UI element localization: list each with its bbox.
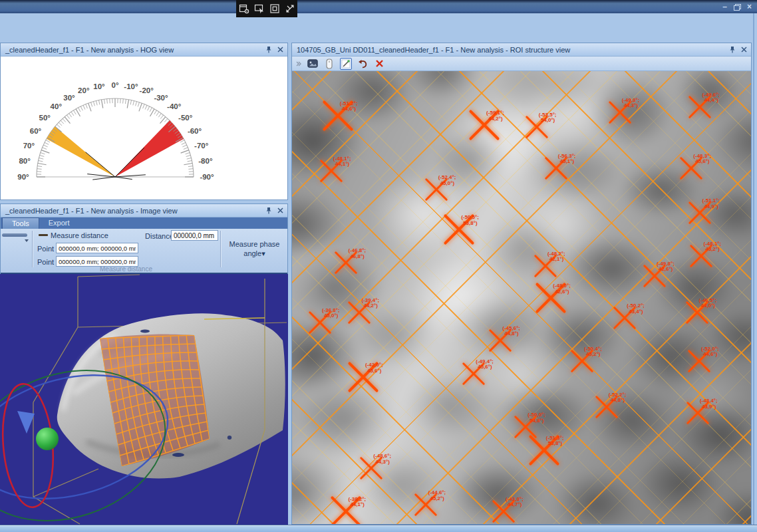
restore-icon[interactable] [734, 4, 740, 10]
window-right-edge [753, 13, 754, 525]
distance-field[interactable] [171, 230, 218, 241]
close-icon[interactable] [275, 45, 285, 55]
svg-text:-20°: -20° [140, 86, 154, 94]
ribbon-group-label: Measure distance [32, 265, 220, 273]
close-icon[interactable] [275, 206, 285, 215]
protractor-svg: -90°-80°-70°-60°-50°-40°-30°-20°-10°0°10… [1, 57, 287, 200]
window-bottom-edge [0, 525, 757, 532]
angle-annotation: (-48,1°;43,2°) [703, 241, 721, 253]
pin-icon[interactable] [264, 206, 273, 215]
svg-text:60°: 60° [30, 127, 42, 135]
line-tool-icon[interactable] [2, 233, 27, 237]
angle-annotation: (-52,4°;45,0°) [438, 175, 456, 186]
angle-annotation: (-52,0°;44,6°) [701, 346, 719, 358]
angle-annotation: (-48,1°;44,1°) [333, 156, 351, 168]
roi-panel-titlebar[interactable]: 104705_GB_Uni DD011_cleanedHeader_f1 - F… [292, 43, 751, 57]
window-controls: – × [722, 1, 752, 12]
image-view-panel: _cleanedHeader_f1 - F1 - New analysis - … [0, 203, 288, 274]
svg-text:30°: 30° [63, 94, 75, 102]
angle-annotation: (-48,2°;42,1°) [547, 251, 565, 263]
svg-text:70°: 70° [23, 142, 35, 150]
pin-icon[interactable] [728, 45, 737, 55]
ruler-icon[interactable] [323, 58, 335, 70]
svg-text:10°: 10° [93, 82, 105, 90]
measure-distance-label: Measure distance [51, 231, 108, 239]
angle-annotation: (-50,4°;45,2°) [584, 346, 602, 358]
window-focus-icon[interactable] [269, 3, 280, 14]
angle-annotation: (-43,8°;44,7°) [506, 497, 524, 508]
window-arrows-icon[interactable] [285, 3, 295, 14]
overflow-icon[interactable] [295, 58, 302, 70]
hog-chart-area: -90°-80°-70°-60°-50°-40°-30°-20°-10°0°10… [1, 57, 287, 200]
dropdown-caret: ▾ [261, 249, 265, 257]
chevron-down-icon[interactable] [25, 239, 29, 242]
3d-viewport[interactable] [0, 274, 288, 525]
3d-scene-svg [0, 274, 288, 525]
angle-annotation: (-42,0°;45,6°) [365, 362, 383, 374]
ribbon-tabs: Tools Export [1, 217, 287, 229]
svg-text:-60°: -60° [188, 127, 202, 135]
roi-image-canvas[interactable]: (-51,2°;44,6°)(-59,1°;44,2°)(-53,5°;54,0… [292, 71, 751, 524]
angle-annotation: (-50,5°;53,8°) [461, 215, 479, 226]
measure-distance-icon [39, 234, 48, 236]
roi-panel-title: 104705_GB_Uni DD011_cleanedHeader_f1 - F… [297, 46, 570, 54]
angle-annotation: (-51,2°;44,6°) [340, 101, 358, 112]
application-window: – × _cleanedHeader_f1 - F1 [0, 0, 757, 532]
svg-text:0°: 0° [112, 81, 119, 89]
angle-annotation: (-36,8°;45,0°) [322, 308, 340, 319]
axis-sphere [36, 428, 59, 450]
ribbon-separator [220, 231, 221, 267]
angle-annotation: (-50,0°;54,8°) [528, 412, 545, 424]
svg-text:50°: 50° [39, 114, 51, 122]
svg-text:-30°: -30° [154, 94, 168, 102]
svg-text:90°: 90° [17, 173, 29, 181]
close-button[interactable]: × [747, 2, 752, 11]
angle-annotation: (-49,4°;45,6°) [476, 359, 494, 370]
roi-toolbar [292, 57, 751, 71]
hog-panel-titlebar[interactable]: _cleanedHeader_f1 - F1 - New analysis - … [1, 43, 287, 57]
angle-annotation: (-48,3°;45,6°) [693, 154, 711, 165]
measure-phase-angle-button[interactable]: Measure phase angle▾ [222, 233, 287, 265]
angle-annotation: (-49,8°;44,3°) [622, 98, 640, 109]
angle-annotation: (-48,4°;43,9°) [700, 398, 718, 410]
svg-text:20°: 20° [78, 86, 90, 94]
angle-annotation: (-48,6°;44,3°) [373, 454, 391, 465]
draw-line-icon[interactable] [340, 58, 352, 70]
window-cursor-icon[interactable] [254, 3, 265, 14]
svg-text:-70°: -70° [194, 142, 209, 150]
roi-annotation-layer: (-51,2°;44,6°)(-59,1°;44,2°)(-53,5°;54,0… [292, 71, 751, 524]
angle-annotation: (-53,5°;54,0°) [539, 112, 557, 124]
docking-toolbar [236, 0, 297, 17]
angle-annotation: (-59,1°;44,2°) [486, 110, 504, 122]
angle-annotation: (-39,4°;44,2°) [361, 298, 379, 309]
delete-icon[interactable] [373, 58, 385, 70]
svg-text:-80°: -80° [198, 157, 213, 165]
close-icon[interactable] [739, 45, 748, 55]
tab-export[interactable]: Export [39, 217, 79, 229]
angle-annotation: (-46,8°;46,8°) [348, 248, 366, 259]
roi-structure-panel: 104705_GB_Uni DD011_cleanedHeader_f1 - F… [291, 43, 752, 525]
svg-text:-10°: -10° [124, 82, 138, 90]
window-titlebar[interactable]: – × [0, 0, 757, 13]
image-icon[interactable] [307, 58, 319, 70]
image-view-titlebar[interactable]: _cleanedHeader_f1 - F1 - New analysis - … [1, 204, 287, 217]
angle-annotation: (-51,3°;53,8°) [546, 436, 564, 447]
tab-tools[interactable]: Tools [2, 217, 39, 229]
angle-annotation: (-49,6°;44,4°) [702, 92, 720, 104]
undo-icon[interactable] [357, 58, 369, 70]
ribbon: Measure distance Distance: Point 1 Point… [1, 229, 287, 273]
angle-annotation: (-46,5°;44,0°) [699, 298, 717, 309]
hog-panel-title: _cleanedHeader_f1 - F1 - New analysis - … [5, 46, 174, 54]
pin-icon[interactable] [264, 45, 273, 55]
angle-annotation: (-50,2°;43,4°) [627, 303, 645, 315]
image-view-title: _cleanedHeader_f1 - F1 - New analysis - … [5, 207, 178, 215]
angle-annotation: (-52,2°;44,8°) [609, 392, 627, 404]
minimize-button[interactable]: – [722, 2, 727, 11]
axis-cone [17, 411, 35, 434]
svg-text:-50°: -50° [178, 114, 193, 122]
svg-text:-40°: -40° [167, 102, 182, 110]
point1-field[interactable] [56, 243, 138, 253]
angle-annotation: (-48,0°;42,6°) [553, 283, 571, 295]
angle-annotation: (-45,6°;44,8°) [502, 326, 520, 337]
window-gear-icon[interactable] [239, 3, 249, 14]
